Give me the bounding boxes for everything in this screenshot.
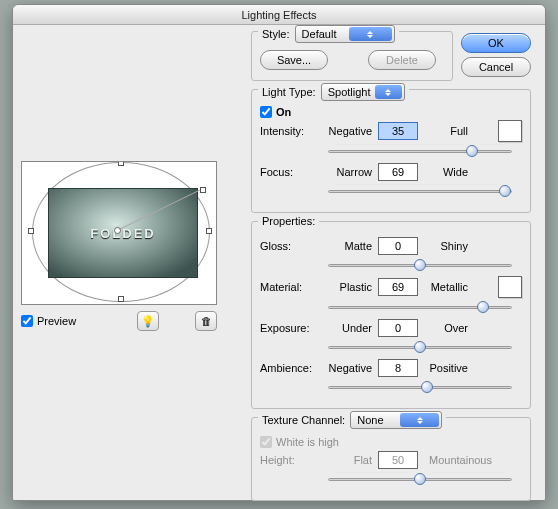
style-select[interactable]: Default xyxy=(295,25,395,43)
focus-input[interactable] xyxy=(378,163,418,181)
cancel-button[interactable]: Cancel xyxy=(461,57,531,77)
gloss-label: Gloss: xyxy=(260,240,322,252)
height-left: Flat xyxy=(326,454,376,466)
exposure-input[interactable] xyxy=(378,319,418,337)
texture-value: None xyxy=(357,414,396,426)
style-group: Style: Default Save... Delete xyxy=(251,31,453,81)
exposure-right: Over xyxy=(420,322,468,334)
height-input xyxy=(378,451,418,469)
intensity-label: Intensity: xyxy=(260,125,322,137)
ellipse-handle[interactable] xyxy=(206,228,212,234)
ok-button[interactable]: OK xyxy=(461,33,531,53)
dialog-title: Lighting Effects xyxy=(13,5,545,25)
trash-icon: 🗑 xyxy=(201,315,212,327)
intensity-left: Negative xyxy=(326,125,376,137)
trash-button[interactable]: 🗑 xyxy=(195,311,217,331)
direction-handle[interactable] xyxy=(200,187,206,193)
ambience-right: Positive xyxy=(420,362,468,374)
ambience-label: Ambience: xyxy=(260,362,322,374)
lightbulb-button[interactable]: 💡 xyxy=(137,311,159,331)
texture-channel-select[interactable]: None xyxy=(350,411,442,429)
material-right: Metallic xyxy=(420,281,468,293)
texture-legend: Texture Channel: None xyxy=(258,411,446,429)
on-checkbox[interactable]: On xyxy=(260,106,291,118)
ambient-color-swatch[interactable] xyxy=(498,276,522,298)
texture-group: Texture Channel: None White is high Heig… xyxy=(251,417,531,501)
exposure-label: Exposure: xyxy=(260,322,322,334)
on-check-input[interactable] xyxy=(260,106,272,118)
light-type-select[interactable]: Spotlight xyxy=(321,83,405,101)
intensity-right: Full xyxy=(420,125,468,137)
preview-checkbox[interactable]: Preview xyxy=(21,315,76,327)
height-slider xyxy=(328,472,512,486)
focus-right: Wide xyxy=(420,166,468,178)
white-is-high-checkbox: White is high xyxy=(260,436,339,448)
light-type-group: Light Type: Spotlight On Intensity: xyxy=(251,89,531,213)
preview-check-input[interactable] xyxy=(21,315,33,327)
preview-canvas[interactable]: FOLDED xyxy=(21,161,217,305)
white-is-high-label: White is high xyxy=(276,436,339,448)
focus-label: Focus: xyxy=(260,166,322,178)
delete-button: Delete xyxy=(368,50,436,70)
preview-label: Preview xyxy=(37,315,76,327)
properties-group: Properties: Gloss: Matte Shiny Material: xyxy=(251,221,531,409)
light-center-handle[interactable] xyxy=(114,227,121,234)
height-label: Height: xyxy=(260,454,322,466)
intensity-input[interactable] xyxy=(378,122,418,140)
light-color-swatch[interactable] xyxy=(498,120,522,142)
style-value: Default xyxy=(302,28,345,40)
focus-left: Narrow xyxy=(326,166,376,178)
dropdown-arrows-icon xyxy=(400,413,439,427)
ellipse-handle[interactable] xyxy=(118,296,124,302)
height-right: Mountainous xyxy=(420,454,492,466)
white-is-high-input xyxy=(260,436,272,448)
ellipse-handle[interactable] xyxy=(28,228,34,234)
ambience-left: Negative xyxy=(326,362,376,374)
intensity-slider[interactable] xyxy=(328,144,512,158)
gloss-left: Matte xyxy=(326,240,376,252)
light-type-value: Spotlight xyxy=(328,86,371,98)
ellipse-handle[interactable] xyxy=(118,161,124,166)
exposure-slider[interactable] xyxy=(328,340,512,354)
properties-legend: Properties: xyxy=(258,215,319,227)
gloss-slider[interactable] xyxy=(328,258,512,272)
focus-slider[interactable] xyxy=(328,184,512,198)
material-input[interactable] xyxy=(378,278,418,296)
on-label: On xyxy=(276,106,291,118)
material-left: Plastic xyxy=(326,281,376,293)
style-legend: Style: Default xyxy=(258,25,399,43)
material-slider[interactable] xyxy=(328,300,512,314)
dropdown-arrows-icon xyxy=(375,85,402,99)
material-label: Material: xyxy=(260,281,322,293)
lighting-effects-dialog: Lighting Effects FOLDED Preview xyxy=(12,4,546,501)
dropdown-arrows-icon xyxy=(349,27,392,41)
gloss-input[interactable] xyxy=(378,237,418,255)
gloss-right: Shiny xyxy=(420,240,468,252)
ambience-slider[interactable] xyxy=(328,380,512,394)
light-type-legend: Light Type: Spotlight xyxy=(258,83,409,101)
exposure-left: Under xyxy=(326,322,376,334)
save-button[interactable]: Save... xyxy=(260,50,328,70)
ambience-input[interactable] xyxy=(378,359,418,377)
lightbulb-icon: 💡 xyxy=(141,315,155,328)
